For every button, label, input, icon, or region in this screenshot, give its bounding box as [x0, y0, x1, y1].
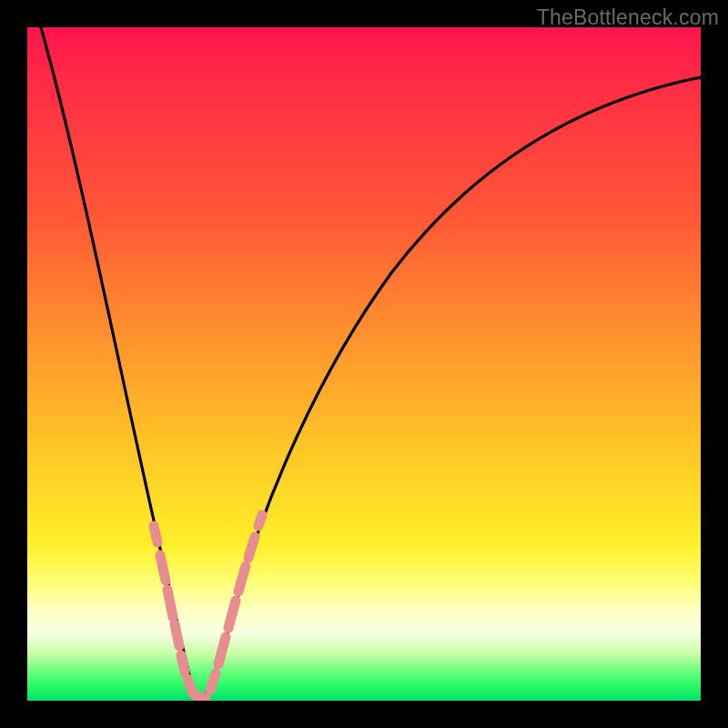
svg-line-2	[167, 590, 173, 617]
marker-group-left	[154, 526, 193, 693]
svg-line-10	[238, 566, 246, 592]
bottleneck-curve	[41, 27, 701, 699]
svg-line-7	[210, 673, 216, 690]
marker-group-right	[210, 515, 262, 690]
svg-line-12	[258, 515, 262, 526]
svg-line-0	[154, 526, 157, 542]
svg-line-4	[181, 655, 185, 672]
svg-line-9	[228, 601, 236, 628]
svg-line-11	[248, 537, 255, 558]
svg-line-6	[197, 696, 206, 698]
watermark-text: TheBottleneck.com	[537, 5, 719, 30]
plot-area	[27, 27, 701, 701]
svg-line-8	[218, 637, 226, 664]
svg-line-5	[187, 679, 193, 693]
svg-line-1	[160, 555, 166, 581]
svg-line-3	[175, 624, 179, 646]
chart-frame: TheBottleneck.com	[0, 0, 728, 728]
marker-group-bottom	[197, 696, 206, 698]
curve-layer	[27, 27, 701, 701]
